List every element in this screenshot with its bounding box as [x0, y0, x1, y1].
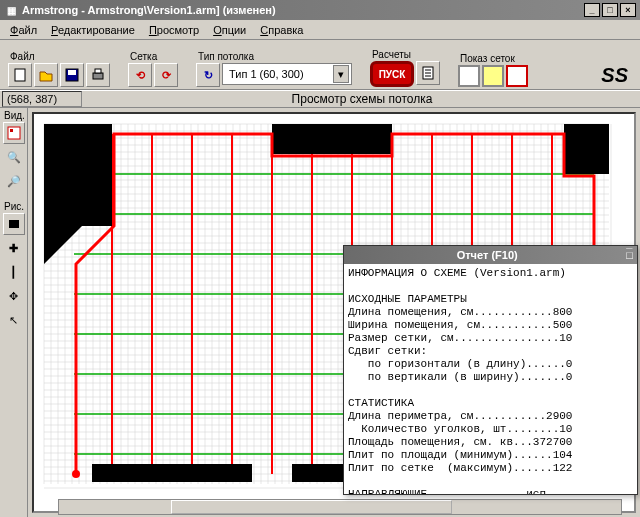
status-bar: (568, 387) Просмотр схемы потолка	[0, 90, 640, 108]
report-window[interactable]: Отчет (F10) _ □ × ИНФОРМАЦИЯ О СХЕМЕ (Ve…	[343, 245, 638, 495]
view-title: Просмотр схемы потолка	[84, 92, 640, 106]
horizontal-scrollbar[interactable]	[58, 499, 622, 515]
chevron-down-icon: ▾	[333, 65, 349, 83]
report-min-button[interactable]: _	[626, 237, 633, 249]
grid-shift-left-button[interactable]: ⟲	[128, 63, 152, 87]
app-icon: ▦	[4, 3, 18, 17]
menu-view[interactable]: Просмотр	[143, 22, 205, 38]
title-bar: ▦ Armstrong - Armstrong\Version1.arm] (и…	[0, 0, 640, 20]
svg-rect-11	[9, 220, 19, 228]
vline-tool[interactable]: ┃	[3, 261, 25, 283]
cross-tool[interactable]: ✚	[3, 237, 25, 259]
svg-rect-170	[272, 124, 392, 154]
group-show-label: Показ сеток	[458, 53, 528, 64]
show-grid-3[interactable]	[506, 65, 528, 87]
menu-options[interactable]: Опции	[207, 22, 252, 38]
side-view-label: Вид.	[2, 110, 25, 121]
logo-icon: SS	[601, 64, 636, 87]
pan-tool[interactable]	[3, 122, 25, 144]
move-tool[interactable]: ✥	[3, 285, 25, 307]
group-type-label: Тип потолка	[196, 51, 352, 62]
svg-rect-3	[93, 73, 103, 79]
side-draw-label: Рис.	[2, 201, 25, 212]
menu-help[interactable]: Справка	[254, 22, 309, 38]
minimize-button[interactable]: _	[584, 3, 600, 17]
open-button[interactable]	[34, 63, 58, 87]
new-button[interactable]	[8, 63, 32, 87]
zoom-in-tool[interactable]: 🔍	[3, 146, 25, 168]
maximize-button[interactable]: □	[602, 3, 618, 17]
type-cycle-button[interactable]: ↻	[196, 63, 220, 87]
show-grid-2[interactable]	[482, 65, 504, 87]
svg-rect-10	[10, 129, 13, 132]
report-title: Отчет (F10)	[348, 249, 626, 261]
side-toolbar: Вид. 🔍 🔎 Рис. ✚ ┃ ✥ ↖	[0, 108, 28, 517]
print-button[interactable]	[86, 63, 110, 87]
cursor-coords: (568, 387)	[2, 91, 82, 107]
report-body[interactable]: ИНФОРМАЦИЯ О СХЕМЕ (Version1.arm) ИСХОДН…	[344, 264, 637, 494]
report-close-button[interactable]: ×	[626, 261, 633, 273]
cursor-tool[interactable]: ↖	[3, 309, 25, 331]
ceiling-type-combo[interactable]: Тип 1 (60, 300) ▾	[222, 63, 352, 85]
svg-rect-9	[8, 127, 20, 139]
svg-rect-172	[92, 464, 252, 482]
svg-point-174	[72, 470, 80, 478]
menu-file[interactable]: Файл	[4, 22, 43, 38]
svg-rect-171	[564, 124, 609, 174]
group-calc-label: Расчеты	[370, 49, 440, 60]
svg-rect-0	[15, 69, 25, 81]
svg-rect-2	[68, 70, 76, 75]
rect-tool[interactable]	[3, 213, 25, 235]
close-button[interactable]: ×	[620, 3, 636, 17]
show-grid-1[interactable]	[458, 65, 480, 87]
ceiling-type-value: Тип 1 (60, 300)	[229, 68, 304, 80]
grid-shift-right-button[interactable]: ⟳	[154, 63, 178, 87]
save-button[interactable]	[60, 63, 84, 87]
menu-edit[interactable]: Редактирование	[45, 22, 141, 38]
window-title: Armstrong - Armstrong\Version1.arm] (изм…	[22, 4, 276, 16]
zoom-out-tool[interactable]: 🔎	[3, 170, 25, 192]
menu-bar: Файл Редактирование Просмотр Опции Справ…	[0, 20, 640, 40]
report-title-bar[interactable]: Отчет (F10) _ □ ×	[344, 246, 637, 264]
svg-rect-4	[95, 69, 101, 73]
report-button[interactable]	[416, 61, 440, 85]
report-max-button[interactable]: □	[626, 249, 633, 261]
toolbar: Файл Сетка ⟲ ⟳ Тип потолка ↻ Тип 1 (60, …	[0, 40, 640, 90]
svg-rect-168	[44, 124, 112, 186]
group-file-label: Файл	[8, 51, 110, 62]
group-grid-label: Сетка	[128, 51, 178, 62]
run-button[interactable]: ПУСК	[370, 61, 414, 87]
